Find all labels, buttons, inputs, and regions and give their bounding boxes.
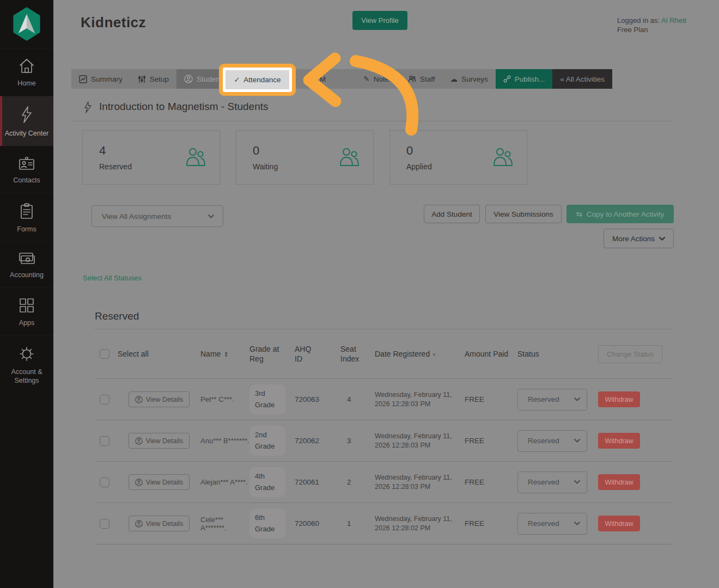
- grade-badge: 6th Grade: [249, 509, 285, 538]
- person-circle-icon: [135, 396, 143, 403]
- person-circle-icon: [135, 520, 143, 528]
- select-value: View All Assignments: [102, 212, 171, 220]
- student-name: Pet** C***.: [200, 395, 249, 403]
- view-details-button[interactable]: View Details: [129, 433, 190, 449]
- sidebar-item-forms[interactable]: Forms: [0, 193, 53, 242]
- stat-card-waiting: 0 Waiting: [236, 130, 374, 185]
- select-all-label: Select all: [118, 350, 200, 358]
- row-checkbox[interactable]: [100, 436, 109, 446]
- withdraw-button[interactable]: Withdraw: [598, 433, 640, 449]
- row-checkbox[interactable]: [100, 519, 109, 529]
- chevron-down-icon: [574, 522, 580, 525]
- select-value: Reserved: [528, 519, 559, 528]
- button-label: Copy to Another Activity: [587, 210, 665, 218]
- people-icon: [408, 75, 416, 83]
- row-checkbox[interactable]: [100, 477, 109, 487]
- tab-summary[interactable]: Summary: [71, 69, 130, 89]
- sort-icon[interactable]: ▲▼: [224, 351, 228, 358]
- tab-staff[interactable]: Staff: [400, 69, 443, 89]
- ahq-id: 720061: [295, 478, 340, 486]
- sidebar-item-label: Home: [17, 79, 35, 88]
- sidebar-item-label: Accounting: [10, 271, 44, 279]
- view-details-button[interactable]: View Details: [129, 474, 190, 490]
- sidebar-item-apps[interactable]: Apps: [0, 287, 53, 335]
- sidebar-item-contacts[interactable]: Contacts: [0, 146, 53, 193]
- column-header-date-registered[interactable]: Date Registered▾: [375, 350, 465, 358]
- ahq-id: 720060: [295, 519, 340, 528]
- grade-badge: 2nd Grade: [249, 426, 285, 455]
- table-row: View Details Alejan*** A****. 4th Grade …: [95, 462, 672, 503]
- sliders-icon: [138, 75, 146, 83]
- tab-label: Summary: [91, 75, 123, 83]
- tab-publish[interactable]: Publish...: [496, 69, 553, 89]
- select-all-checkbox[interactable]: [100, 349, 109, 359]
- amount-paid: FREE: [465, 519, 517, 528]
- tab-setup[interactable]: Setup: [130, 69, 176, 89]
- status-select[interactable]: Reserved: [517, 513, 587, 535]
- date-registered: Wednesday, February 11,2026 12:28:02 PM: [375, 514, 465, 533]
- sidebar-item-label: Forms: [17, 225, 36, 234]
- tab-label: M: [320, 75, 326, 83]
- envelope-icon: ✉: [309, 75, 315, 83]
- status-select[interactable]: Reserved: [517, 471, 587, 493]
- more-actions-button[interactable]: More Actions: [604, 229, 674, 248]
- grade-badge: 4th Grade: [249, 467, 285, 497]
- change-status-button[interactable]: Change Status: [598, 345, 662, 363]
- table-header-row: Select all Name▲▼ Grade at Reg AHQ ID Se…: [95, 329, 672, 379]
- row-checkbox[interactable]: [100, 395, 109, 405]
- sidebar-item-label: Apps: [19, 318, 35, 327]
- students-group-icon: [492, 147, 514, 170]
- app-logo[interactable]: [0, 0, 53, 48]
- view-details-button[interactable]: View Details: [129, 516, 190, 531]
- add-student-button[interactable]: Add Student: [424, 205, 480, 223]
- assignments-filter-select[interactable]: View All Assignments: [92, 205, 223, 227]
- tab-notes[interactable]: ✎ Notes: [356, 69, 400, 89]
- tab-surveys[interactable]: ☁ Surveys: [442, 69, 495, 89]
- reserved-section-title: Reserved: [95, 310, 139, 322]
- tab-attendance[interactable]: ✓ Attendance: [226, 70, 289, 89]
- copy-to-activity-button[interactable]: ⇆ Copy to Another Activity: [566, 205, 674, 223]
- sort-down-icon[interactable]: ▾: [432, 351, 436, 358]
- user-name-link[interactable]: Al Rhett: [661, 16, 686, 24]
- divider: [71, 121, 672, 121]
- withdraw-button[interactable]: Withdraw: [598, 516, 640, 531]
- sidebar-item-activity-center[interactable]: Activity Center: [0, 96, 53, 146]
- seat-index: 3: [340, 437, 375, 445]
- tab-messaging[interactable]: ✉ M: [302, 69, 356, 89]
- seat-index: 1: [340, 519, 375, 528]
- status-select[interactable]: Reserved: [517, 430, 587, 452]
- sidebar-item-label: Contacts: [13, 176, 40, 185]
- column-header-amount-paid: Amount Paid: [465, 349, 517, 359]
- column-header-name[interactable]: Name▲▼: [200, 350, 249, 358]
- reserved-table: Select all Name▲▼ Grade at Reg AHQ ID Se…: [95, 329, 672, 544]
- withdraw-button[interactable]: Withdraw: [598, 474, 640, 490]
- table-row: View Details Cele*** A*******. 6th Grade…: [95, 503, 672, 544]
- tab-all-activities[interactable]: « All Activities: [552, 69, 612, 89]
- ahq-id: 720062: [295, 437, 340, 445]
- sidebar: Home Activity Center Contacts Forms Acco…: [0, 0, 53, 588]
- view-details-button[interactable]: View Details: [129, 391, 190, 407]
- lightning-icon: [19, 106, 35, 124]
- sidebar-item-accounting[interactable]: Accounting: [0, 242, 53, 287]
- sidebar-item-account-settings[interactable]: Account & Settings: [0, 335, 53, 393]
- view-submissions-button[interactable]: View Submissions: [485, 205, 562, 223]
- chevron-down-icon: [208, 215, 214, 218]
- status-select[interactable]: Reserved: [517, 389, 587, 411]
- table-row: View Details Anu*** B*******. 2nd Grade …: [95, 420, 672, 462]
- pencil-icon: ✎: [363, 75, 369, 83]
- stat-label: Reserved: [99, 162, 132, 171]
- view-profile-button[interactable]: View Profile: [352, 11, 407, 30]
- select-all-statuses-link[interactable]: Select All Statuses: [83, 274, 142, 282]
- withdraw-button[interactable]: Withdraw: [598, 391, 640, 407]
- home-icon: [18, 58, 35, 74]
- logo-hexagon-icon: [11, 7, 42, 41]
- person-circle-icon: [184, 75, 193, 83]
- sidebar-item-label: Activity Center: [5, 129, 49, 138]
- highlight-box: ✓ Attendance: [219, 64, 296, 96]
- tab-label: Notes: [374, 75, 393, 83]
- money-icon: [18, 252, 35, 266]
- button-label: More Actions: [612, 235, 655, 243]
- select-value: Reserved: [528, 437, 559, 445]
- sidebar-item-home[interactable]: Home: [0, 48, 53, 96]
- column-header-seat-index: Seat Index: [340, 344, 375, 364]
